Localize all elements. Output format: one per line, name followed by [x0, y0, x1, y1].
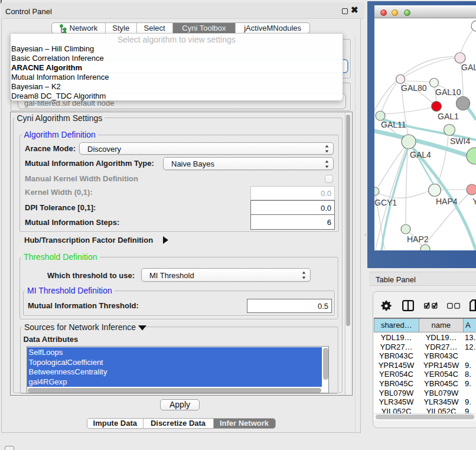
svg-text:GAL80: GAL80 — [401, 83, 427, 93]
svg-text:GCY1: GCY1 — [374, 198, 397, 207]
svg-text:SWI4: SWI4 — [450, 136, 470, 146]
svg-text:GAL4: GAL4 — [410, 150, 431, 159]
svg-text:YM: YM — [472, 197, 476, 206]
svg-text:GAL7: GAL7 — [461, 63, 476, 72]
svg-text:GAL10: GAL10 — [435, 87, 461, 97]
svg-text:GAL1: GAL1 — [438, 112, 459, 121]
svg-text:HAP2: HAP2 — [407, 234, 429, 244]
svg-text:GAL11: GAL11 — [381, 120, 406, 129]
svg-text:HAP4: HAP4 — [436, 197, 458, 206]
